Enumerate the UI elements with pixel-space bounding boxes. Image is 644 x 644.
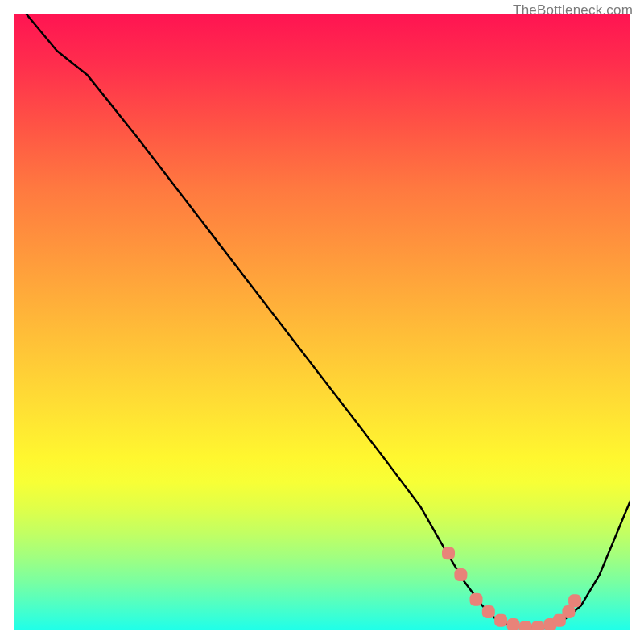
- marker-dot: [494, 614, 507, 627]
- marker-dot: [568, 594, 581, 607]
- curve-path: [26, 14, 630, 627]
- marker-dot: [470, 593, 483, 606]
- marker-dot: [507, 618, 520, 630]
- marker-dot: [454, 568, 467, 581]
- marker-dot: [519, 621, 532, 630]
- marker-dot: [562, 605, 575, 618]
- marker-dot: [482, 605, 495, 618]
- watermark-text: TheBottleneck.com: [513, 2, 633, 19]
- chart-stage: TheBottleneck.com: [0, 0, 644, 644]
- marker-group: [442, 547, 581, 630]
- plot-area: [14, 14, 630, 630]
- marker-dot: [442, 547, 455, 559]
- marker-dot: [531, 621, 544, 630]
- chart-svg: [14, 14, 630, 630]
